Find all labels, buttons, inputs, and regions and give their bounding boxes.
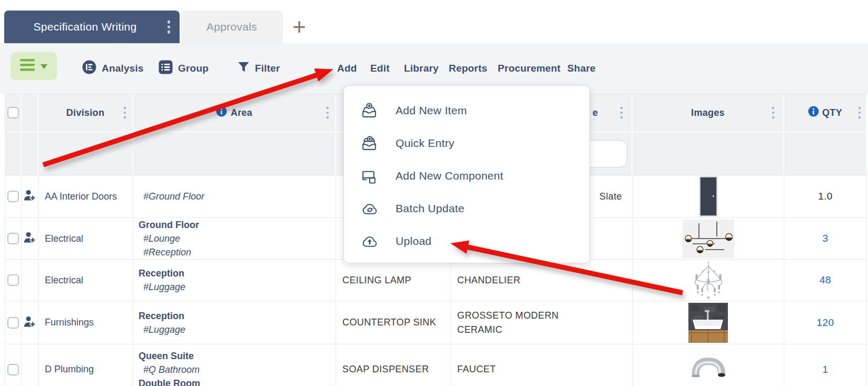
filter-button[interactable]: Filter — [238, 43, 280, 94]
assign-user-icon[interactable] — [23, 189, 36, 204]
area-tag: #Lounge — [139, 232, 180, 245]
menu-item-add-new-item[interactable]: Add New Item — [344, 94, 589, 127]
countertop-sink-image[interactable] — [688, 303, 728, 343]
quick-entry-tray-icon — [360, 135, 379, 152]
tab-bar: Specification Writing Approvals + — [4, 11, 315, 43]
area-main: Ground Floor — [139, 218, 199, 232]
select-all-checkbox[interactable] — [7, 107, 19, 118]
assign-header-cell — [22, 94, 38, 132]
row-checkbox[interactable] — [7, 233, 19, 244]
pendant-light-image[interactable] — [683, 220, 734, 258]
group-label: Group — [178, 63, 209, 74]
upload-cloud-icon — [360, 233, 379, 250]
select-all-cell — [5, 94, 22, 132]
tab-title: Specification Writing — [33, 21, 136, 33]
area-tag: #Q Bathroom — [139, 363, 200, 377]
tab-title: Approvals — [206, 21, 257, 33]
qty-value[interactable]: 1 — [823, 364, 828, 375]
division-header[interactable]: Division — [38, 94, 133, 132]
row-checkbox[interactable] — [7, 274, 19, 286]
info-icon[interactable] — [808, 106, 819, 120]
item-cell[interactable]: COUNTERTOP SINK — [336, 301, 451, 344]
analysis-label: Analysis — [102, 63, 144, 74]
new-tab-button[interactable]: + — [283, 11, 315, 43]
image-cell — [633, 344, 784, 386]
area-main: Reception — [139, 309, 184, 323]
tab-options-kebab-icon[interactable] — [167, 21, 171, 34]
group-button[interactable]: Group — [159, 43, 209, 94]
table-row: Furnishings Reception #Luggage COUNTERTO… — [5, 301, 867, 344]
area-tag: #Luggage — [139, 323, 185, 336]
component-icon — [360, 168, 379, 184]
item-value: CEILING LAMP — [342, 273, 411, 288]
area-tag: #Reception — [139, 245, 191, 259]
table-row: D Plumbing Queen Suite #Q Bathroom Doubl… — [5, 344, 867, 386]
dark-door-image[interactable] — [701, 177, 716, 215]
menu-item-upload[interactable]: Upload — [344, 225, 589, 258]
division-value: Furnishings — [45, 317, 94, 328]
type-cell[interactable]: GROSSETO MODERN CERAMIC — [451, 301, 633, 344]
row-checkbox[interactable] — [7, 317, 19, 329]
menu-item-add-new-component[interactable]: Add New Component — [344, 160, 589, 192]
plus-icon: + — [292, 14, 306, 40]
main-menu-button[interactable] — [11, 52, 57, 80]
division-kebab-icon[interactable] — [123, 106, 126, 119]
qty-kebab-icon[interactable] — [858, 106, 861, 119]
area-kebab-icon[interactable] — [326, 106, 329, 119]
division-value: AA Interior Doors — [45, 191, 117, 202]
tab-approvals[interactable]: Approvals — [181, 11, 283, 43]
item-cell[interactable]: CEILING LAMP — [336, 260, 451, 301]
type-header-fragment: e — [593, 107, 598, 118]
images-kebab-icon[interactable] — [772, 106, 775, 119]
type-value: CHANDELIER — [457, 273, 520, 288]
image-cell — [633, 260, 784, 301]
menu-item-quick-entry[interactable]: Quick Entry — [344, 127, 589, 160]
batch-update-cloud-icon — [360, 201, 379, 217]
assign-user-icon[interactable] — [23, 231, 36, 246]
row-checkbox[interactable] — [7, 191, 19, 202]
area-header[interactable]: Area — [133, 94, 336, 132]
qty-value[interactable]: 3 — [823, 233, 828, 244]
tab-specification-writing[interactable]: Specification Writing — [4, 11, 180, 43]
assign-user-icon[interactable] — [23, 315, 36, 330]
item-cell[interactable]: SOAP DISPENSER — [336, 344, 451, 386]
item-value: COUNTERTOP SINK — [342, 315, 436, 330]
add-new-item-tray-icon — [360, 103, 379, 119]
chandelier-image[interactable] — [688, 261, 729, 300]
division-value: D Plumbing — [45, 364, 94, 375]
table-row: Electrical Reception #Luggage CEILING LA… — [5, 260, 867, 301]
hamburger-icon — [20, 59, 36, 73]
area-main: Double Room — [139, 377, 200, 386]
type-cell[interactable]: FAUCET — [451, 344, 633, 386]
area-main: Queen Suite — [139, 349, 194, 363]
type-value: GROSSETO MODERN CERAMIC — [457, 309, 586, 337]
filter-label: Filter — [255, 63, 280, 74]
info-icon[interactable] — [216, 106, 227, 120]
menu-item-batch-update[interactable]: Batch Update — [344, 192, 589, 225]
row-checkbox[interactable] — [7, 364, 19, 375]
area-tag: #Ground Floor — [139, 190, 204, 203]
qty-value[interactable]: 48 — [820, 274, 831, 286]
qty-value[interactable]: 120 — [817, 317, 834, 329]
add-dropdown-menu: Add New Item Quick Entry Add New Compone… — [343, 85, 590, 263]
type-cell[interactable]: CHANDELIER — [451, 260, 633, 301]
analysis-button[interactable]: Analysis — [82, 43, 144, 94]
qty-header[interactable]: QTY — [784, 94, 867, 132]
group-list-icon — [159, 60, 173, 77]
division-filter-cell — [38, 132, 133, 175]
image-cell — [633, 218, 784, 260]
qty-filter-cell — [784, 132, 867, 175]
image-cell — [633, 175, 784, 218]
analysis-icon — [82, 60, 96, 77]
area-main: Reception — [139, 266, 184, 280]
chevron-down-icon — [41, 62, 47, 71]
images-filter-cell — [633, 132, 784, 175]
faucet-image[interactable] — [691, 353, 726, 377]
division-value: Electrical — [45, 233, 83, 244]
type-kebab-icon[interactable] — [620, 106, 623, 119]
area-tag: #Luggage — [139, 280, 185, 294]
area-filter-cell — [133, 132, 336, 175]
type-value: FAUCET — [457, 362, 496, 377]
qty-value[interactable]: 1.0 — [818, 191, 833, 202]
images-header[interactable]: Images — [633, 94, 784, 132]
